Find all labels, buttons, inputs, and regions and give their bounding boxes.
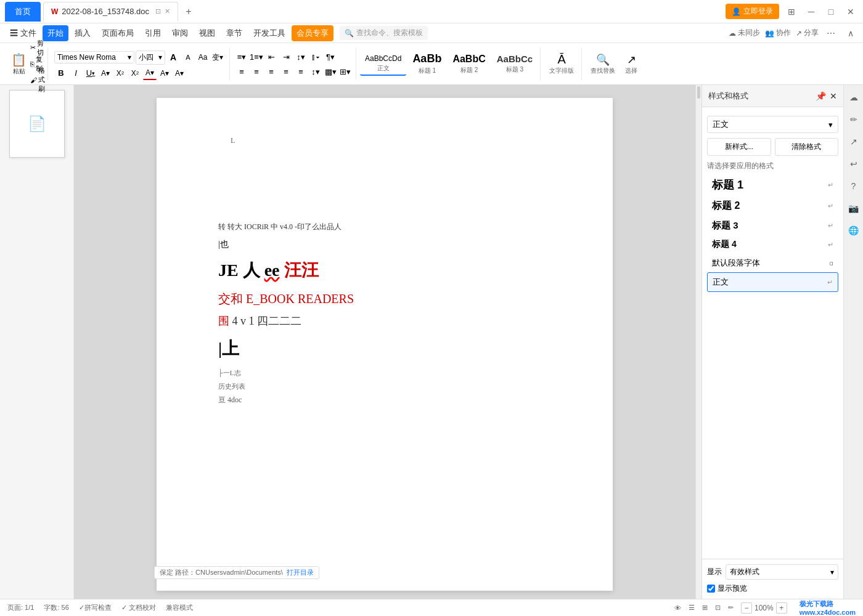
scrollbar-track[interactable] (695, 85, 701, 599)
page-thumbnail[interactable]: 📄 (9, 90, 65, 158)
align-center-button[interactable]: ≡ (250, 65, 263, 79)
distribute-button[interactable]: ≡ (294, 65, 308, 79)
menu-references[interactable]: 引用 (140, 25, 166, 41)
style-item-h3[interactable]: 标题 3 ↵ (707, 216, 838, 235)
doc-check[interactable]: ✓ 文档校对 (121, 603, 156, 612)
style-item-h1[interactable]: 标题 1 ↵ (707, 174, 838, 196)
compat-mode[interactable]: 兼容模式 (166, 603, 193, 612)
find-replace-button[interactable]: 🔍 查找替换 (587, 51, 619, 78)
minimize-button[interactable]: ─ (804, 4, 819, 19)
document-area[interactable]: L 转 转大 IOCRiR 中 v4.0 -印了么出品人 |也 JE 人 ee … (74, 85, 695, 599)
font-size-decrease-button[interactable]: A (181, 51, 195, 64)
document-page[interactable]: L 转 转大 IOCRiR 中 v4.0 -印了么出品人 |也 JE 人 ee … (157, 98, 613, 591)
close-button[interactable]: ✕ (843, 4, 858, 19)
indent-left-button[interactable]: ⇤ (264, 51, 278, 64)
word-count[interactable]: 字数: 56 (44, 603, 68, 612)
ordered-list-button[interactable]: 1≡▾ (250, 51, 263, 64)
menu-insert[interactable]: 插入 (70, 25, 96, 41)
tab-doc[interactable]: W 2022-08-16_153748.doc ⊡ ✕ (43, 2, 178, 22)
current-style-dropdown[interactable]: 正文 ▾ (707, 116, 838, 133)
window-grid-button[interactable]: ⊞ (784, 4, 799, 19)
borders-button[interactable]: ⊞▾ (338, 65, 352, 79)
font-size-dropdown[interactable]: 小四 ▾ (136, 51, 165, 65)
list-button[interactable]: ≡▾ (235, 51, 248, 64)
font-size-increase-button[interactable]: A (166, 51, 180, 64)
font-color-button[interactable]: A▾ (143, 67, 157, 80)
menu-review[interactable]: 审阅 (167, 25, 193, 41)
maximize-button[interactable]: □ (824, 4, 838, 19)
font-family-dropdown[interactable]: Times New Roma ▾ (54, 51, 134, 63)
style-item-default-para[interactable]: 默认段落字体 ɑ (707, 254, 838, 272)
underline-button[interactable]: U▾ (84, 67, 97, 80)
sidebar-pen-icon[interactable]: ✏ (846, 112, 861, 127)
share-button[interactable]: ↗ 分享 (796, 28, 819, 38)
font-clear-button[interactable]: Aa (196, 51, 210, 64)
collab-button[interactable]: 👥 协作 (765, 28, 791, 38)
sidebar-undo-icon[interactable]: ↩ (846, 156, 861, 171)
align-left-button[interactable]: ≡ (235, 65, 248, 79)
sort-button[interactable]: ↕▾ (294, 51, 308, 64)
preview-checkbox[interactable] (707, 585, 715, 593)
open-toc-link[interactable]: 打开目录 (287, 568, 314, 577)
scrollbar-thumb[interactable] (697, 86, 700, 99)
page-count[interactable]: 页面: 1/1 (7, 603, 34, 612)
pin-icon[interactable]: 📌 (816, 91, 826, 101)
spell-check[interactable]: ✓拼写检查 (79, 603, 112, 612)
menu-start[interactable]: 开始 (43, 25, 68, 41)
indent-right-button[interactable]: ⇥ (279, 51, 293, 64)
align-right-button[interactable]: ≡ (264, 65, 278, 79)
style-h2-card[interactable]: AaBbC 标题 2 (448, 52, 490, 76)
char-shading-button[interactable]: A▾ (173, 67, 186, 80)
columns-button[interactable]: ⫿▾ (309, 51, 322, 64)
tab-home[interactable]: 首页 (5, 2, 41, 22)
paste-button[interactable]: 📋 粘贴 (7, 50, 30, 78)
select-button[interactable]: ↗ 选择 (621, 51, 641, 78)
more-menu-button[interactable]: ⋯ (824, 26, 838, 41)
style-item-h4[interactable]: 标题 4 ↵ (707, 235, 838, 254)
bold-button[interactable]: B (54, 67, 68, 80)
edit-icon[interactable]: ✏ (728, 604, 734, 612)
line-spacing-button[interactable]: ↕▾ (309, 65, 322, 79)
eye-icon[interactable]: 👁 (674, 604, 681, 612)
menu-page-layout[interactable]: 页面布局 (97, 25, 139, 41)
font-transform-button[interactable]: 变▾ (211, 51, 224, 64)
style-h3-card[interactable]: AaBbCc 标题 3 (492, 52, 538, 76)
show-dropdown[interactable]: 有效样式 ▾ (726, 564, 838, 580)
align-justify-button[interactable]: ≡ (279, 65, 293, 79)
strikethrough-button[interactable]: A▾ (99, 67, 112, 80)
subscript-button[interactable]: X2 (128, 67, 142, 80)
italic-button[interactable]: I (69, 67, 83, 80)
zoom-out-button[interactable]: − (741, 602, 752, 614)
superscript-button[interactable]: X2 (113, 67, 127, 80)
style-item-h2[interactable]: 标题 2 ↵ (707, 196, 838, 216)
sidebar-camera-icon[interactable]: 📷 (846, 201, 861, 216)
sidebar-help-icon[interactable]: ? (846, 179, 861, 193)
style-normal-card[interactable]: AaBbCcDd 正文 (360, 52, 406, 76)
sidebar-arrow-icon[interactable]: ↗ (846, 134, 861, 149)
view-mode-normal[interactable]: ☰ (689, 604, 695, 612)
view-mode-web[interactable]: ⊞ (702, 604, 708, 612)
typography-button[interactable]: Ā 文字排版 (546, 50, 578, 78)
style-h1-card[interactable]: AaBb 标题 1 (407, 51, 446, 77)
menu-view[interactable]: 视图 (194, 25, 220, 41)
para-marks-button[interactable]: ¶▾ (324, 51, 337, 64)
close-panel-icon[interactable]: ✕ (830, 91, 837, 101)
search-box[interactable]: 🔍 查找命令、搜索模板 (340, 26, 428, 40)
menu-member[interactable]: 会员专享 (292, 25, 333, 41)
new-style-button[interactable]: 新样式... (707, 138, 771, 156)
menu-dev-tools[interactable]: 开发工具 (248, 25, 290, 41)
highlight-button[interactable]: A▾ (158, 67, 171, 80)
menu-file[interactable]: ☰ 文件 (5, 25, 41, 41)
sidebar-cloud-icon[interactable]: ☁ (846, 90, 861, 105)
format-painter-button[interactable]: 🖌 格式刷 (30, 73, 45, 87)
collapse-ribbon-button[interactable]: ∧ (843, 26, 858, 41)
shading-button[interactable]: ▩▾ (324, 65, 337, 79)
cut-button[interactable]: ✂ 剪切 (30, 41, 45, 55)
clear-style-button[interactable]: 清除格式 (775, 138, 839, 156)
add-tab-button[interactable]: + (181, 4, 197, 20)
login-button[interactable]: 👤 立即登录 (726, 4, 779, 19)
doc-tab-close[interactable]: ✕ (165, 7, 170, 15)
zoom-in-button[interactable]: + (776, 602, 787, 614)
view-mode-read[interactable]: ⊡ (715, 604, 721, 612)
style-item-normal[interactable]: 正文 ↵ (707, 272, 838, 292)
